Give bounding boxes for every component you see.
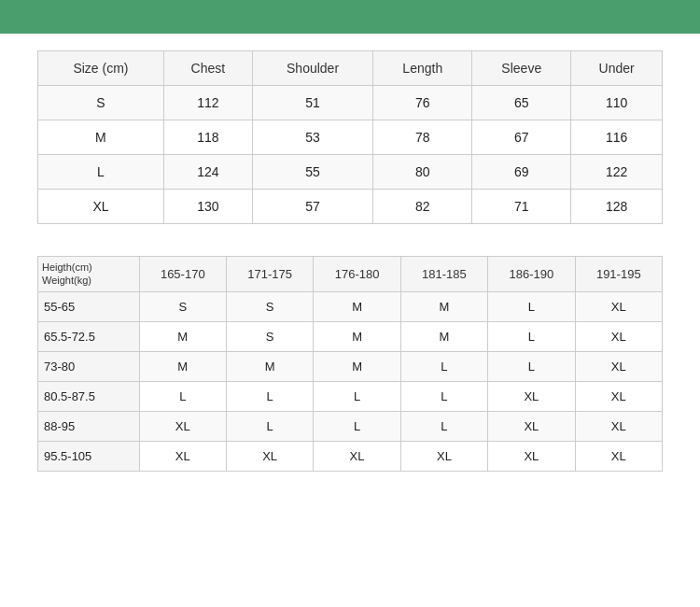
size-col-header-1: Chest bbox=[163, 51, 252, 86]
size-cell-3-3: 82 bbox=[373, 190, 472, 224]
size-cell-3-0: XL bbox=[38, 190, 164, 224]
size-cell-1-3: 78 bbox=[373, 120, 472, 155]
size-cell-2-2: 55 bbox=[252, 155, 372, 190]
wh-cell-1-2: M bbox=[314, 321, 400, 351]
wh-height-col-5: 191-195 bbox=[575, 257, 662, 292]
wh-table: Heigth(cm)Weight(kg)165-170171-175176-18… bbox=[37, 256, 663, 472]
wh-cell-3-3: L bbox=[400, 381, 487, 411]
wh-height-col-0: 165-170 bbox=[139, 257, 226, 292]
wh-weight-0: 55-65 bbox=[38, 291, 140, 321]
wh-cell-4-1: L bbox=[226, 411, 313, 441]
wh-cell-1-0: M bbox=[139, 321, 226, 351]
size-cell-0-3: 76 bbox=[373, 86, 472, 120]
size-col-header-3: Length bbox=[373, 51, 472, 86]
wh-cell-0-1: S bbox=[226, 291, 313, 321]
wh-cell-2-5: XL bbox=[575, 351, 662, 381]
size-table-body: S112517665110M118537867116L124558069122X… bbox=[38, 86, 663, 224]
wh-table-row: 65.5-72.5MSMMLXL bbox=[38, 321, 663, 351]
wh-table-body: 55-65SSMMLXL65.5-72.5MSMMLXL73-80MMMLLXL… bbox=[38, 291, 663, 471]
size-cell-2-1: 124 bbox=[163, 155, 252, 190]
size-cell-1-5: 116 bbox=[571, 120, 663, 155]
size-col-header-2: Shoulder bbox=[252, 51, 372, 86]
size-cell-2-0: L bbox=[38, 155, 164, 190]
size-cell-0-0: S bbox=[38, 86, 164, 120]
wh-cell-2-4: L bbox=[488, 351, 575, 381]
size-cell-0-5: 110 bbox=[571, 86, 663, 120]
wh-cell-2-0: M bbox=[139, 351, 226, 381]
size-table-row: M118537867116 bbox=[38, 120, 663, 155]
wh-corner-header: Heigth(cm)Weight(kg) bbox=[38, 257, 140, 292]
size-cell-2-3: 80 bbox=[373, 155, 472, 190]
wh-cell-0-4: L bbox=[488, 291, 575, 321]
size-cell-1-0: M bbox=[38, 120, 164, 155]
size-cell-3-4: 71 bbox=[472, 190, 571, 224]
wh-cell-3-1: L bbox=[226, 381, 313, 411]
wh-cell-1-4: L bbox=[488, 321, 575, 351]
wh-cell-1-3: M bbox=[400, 321, 487, 351]
size-cell-0-1: 112 bbox=[163, 86, 252, 120]
wh-height-col-3: 181-185 bbox=[400, 257, 487, 292]
wh-table-row: 88-95XLLLLXLXL bbox=[38, 411, 663, 441]
size-table-row: S112517665110 bbox=[38, 86, 663, 120]
wh-cell-4-5: XL bbox=[575, 411, 662, 441]
wh-weight-2: 73-80 bbox=[38, 351, 140, 381]
wh-table-head: Heigth(cm)Weight(kg)165-170171-175176-18… bbox=[38, 257, 663, 292]
size-cell-3-1: 130 bbox=[163, 190, 252, 224]
size-cell-1-4: 67 bbox=[472, 120, 571, 155]
size-col-header-0: Size (cm) bbox=[38, 51, 164, 86]
wh-cell-5-3: XL bbox=[400, 441, 487, 471]
size-cell-3-2: 57 bbox=[252, 190, 372, 224]
wh-cell-0-3: M bbox=[400, 291, 487, 321]
wh-cell-3-2: L bbox=[314, 381, 400, 411]
size-cell-1-1: 118 bbox=[163, 120, 252, 155]
wh-height-col-4: 186-190 bbox=[488, 257, 575, 292]
wh-cell-5-4: XL bbox=[488, 441, 575, 471]
size-cell-0-4: 65 bbox=[472, 86, 571, 120]
page-header bbox=[0, 0, 700, 34]
size-table-row: XL130578271128 bbox=[38, 190, 663, 224]
wh-table-row: 80.5-87.5LLLLXLXL bbox=[38, 381, 663, 411]
wh-cell-3-5: XL bbox=[575, 381, 662, 411]
size-table-row: L124558069122 bbox=[38, 155, 663, 190]
wh-cell-0-2: M bbox=[314, 291, 400, 321]
size-table-head: Size (cm)ChestShoulderLengthSleeveUnder bbox=[38, 51, 663, 86]
size-cell-2-5: 122 bbox=[571, 155, 663, 190]
size-col-header-4: Sleeve bbox=[472, 51, 571, 86]
wh-weight-3: 80.5-87.5 bbox=[38, 381, 140, 411]
wh-cell-5-5: XL bbox=[575, 441, 662, 471]
size-cell-2-4: 69 bbox=[472, 155, 571, 190]
size-table-header-row: Size (cm)ChestShoulderLengthSleeveUnder bbox=[38, 51, 663, 86]
wh-cell-2-1: M bbox=[226, 351, 313, 381]
wh-cell-0-0: S bbox=[139, 291, 226, 321]
wh-cell-2-2: M bbox=[314, 351, 400, 381]
wh-weight-5: 95.5-105 bbox=[38, 441, 140, 471]
size-cell-1-2: 53 bbox=[252, 120, 372, 155]
wh-cell-5-1: XL bbox=[226, 441, 313, 471]
wh-cell-1-5: XL bbox=[575, 321, 662, 351]
wh-cell-4-2: L bbox=[314, 411, 400, 441]
wh-table-row: 73-80MMMLLXL bbox=[38, 351, 663, 381]
wh-weight-1: 65.5-72.5 bbox=[38, 321, 140, 351]
wh-cell-5-0: XL bbox=[139, 441, 226, 471]
wh-cell-1-1: S bbox=[226, 321, 313, 351]
wh-cell-2-3: L bbox=[400, 351, 487, 381]
wh-section: Heigth(cm)Weight(kg)165-170171-175176-18… bbox=[0, 243, 700, 481]
wh-height-col-1: 171-175 bbox=[226, 257, 313, 292]
wh-cell-3-4: XL bbox=[488, 381, 575, 411]
wh-cell-4-0: XL bbox=[139, 411, 226, 441]
wh-cell-5-2: XL bbox=[314, 441, 400, 471]
size-col-header-5: Under bbox=[571, 51, 663, 86]
wh-table-row: 55-65SSMMLXL bbox=[38, 291, 663, 321]
wh-weight-4: 88-95 bbox=[38, 411, 140, 441]
wh-cell-3-0: L bbox=[139, 381, 226, 411]
wh-cell-0-5: XL bbox=[575, 291, 662, 321]
wh-cell-4-4: XL bbox=[488, 411, 575, 441]
wh-table-row: 95.5-105XLXLXLXLXLXL bbox=[38, 441, 663, 471]
size-section: Size (cm)ChestShoulderLengthSleeveUnder … bbox=[0, 34, 700, 243]
wh-header-row: Heigth(cm)Weight(kg)165-170171-175176-18… bbox=[38, 257, 663, 292]
size-cell-0-2: 51 bbox=[252, 86, 372, 120]
size-table: Size (cm)ChestShoulderLengthSleeveUnder … bbox=[37, 50, 663, 224]
size-cell-3-5: 128 bbox=[571, 190, 663, 224]
wh-cell-4-3: L bbox=[400, 411, 487, 441]
wh-height-col-2: 176-180 bbox=[314, 257, 400, 292]
